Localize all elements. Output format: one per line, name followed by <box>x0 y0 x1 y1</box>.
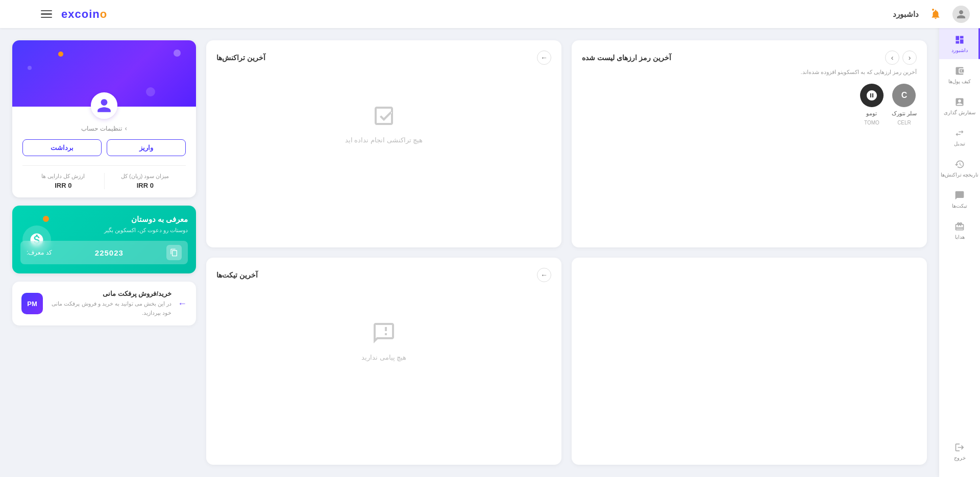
coin-avatar-tomo <box>860 84 884 107</box>
gifts-icon <box>954 221 965 232</box>
sidebar-item-gifts[interactable]: هدایا <box>939 215 980 246</box>
top-header: داشبورد excoino <box>0 0 980 28</box>
history-icon <box>954 159 965 170</box>
pm-icon-text: PM <box>27 300 37 308</box>
profile-actions: واریز برداشت <box>22 139 186 156</box>
coin-name-tomo: تومو <box>866 110 877 117</box>
pm-content: خرید/فروش پرفکت مانی در این بخش می توانی… <box>49 290 172 317</box>
hamburger-button[interactable] <box>41 10 52 18</box>
transactions-empty-icon <box>372 104 396 130</box>
nav-next-button[interactable]: › <box>885 51 899 65</box>
tickets-title: آخرین تیکت‌ها <box>216 271 258 279</box>
stat-assets-value: IRR 0 <box>22 182 104 189</box>
pm-title: خرید/فروش پرفکت مانی <box>49 290 172 297</box>
tickets-empty-icon <box>372 321 396 347</box>
pm-description: در این بخش می توانید به خرید و فروش پرفک… <box>49 299 172 317</box>
stat-profit: میزان سود (زیان) کل IRR 0 <box>104 173 186 189</box>
sidebar-item-orders-label: سفارش گذاری <box>944 110 975 115</box>
sidebar-item-history[interactable]: تاریخچه تراکنش‌ها <box>939 153 980 184</box>
right-panel: › تنظیمات حساب واریز برداشت میزان سود (ز… <box>12 40 196 465</box>
orders-icon <box>954 96 965 108</box>
referral-code-value: 225023 <box>95 248 124 257</box>
sidebar: داشبورد کیف پول‌ها سفارش گذاری تبدیل تار… <box>939 0 980 477</box>
sidebar-item-wallets[interactable]: کیف پول‌ها <box>939 59 980 90</box>
coin-item-celr[interactable]: C سلر نتورک CELR <box>892 84 917 125</box>
tickets-header: ← آخرین تیکت‌ها <box>216 268 551 282</box>
settings-label: تنظیمات حساب <box>81 125 121 132</box>
main-content: ‹ › آخرین رمز ارزهای لیست شده آخرین رمز … <box>0 28 939 477</box>
coin-item-tomo[interactable]: تومو TOMO <box>860 84 884 125</box>
stat-profit-value: IRR 0 <box>105 182 186 189</box>
pm-icon: PM <box>21 293 43 314</box>
recently-listed-card: ‹ › آخرین رمز ارزهای لیست شده آخرین رمز … <box>572 40 927 247</box>
profile-settings-link[interactable]: › تنظیمات حساب <box>22 125 186 132</box>
sidebar-item-convert-label: تبدیل <box>954 141 965 146</box>
logo: excoino <box>61 8 107 21</box>
wallets-icon <box>954 65 965 77</box>
recently-listed-title: آخرین رمز ارزهای لیست شده <box>582 54 671 62</box>
referral-code-label: کد معرف: <box>27 249 52 256</box>
referral-dot <box>43 216 49 222</box>
coin-symbol-celr: CELR <box>897 120 911 125</box>
transactions-title: آخرین تراکنش‌ها <box>216 54 265 62</box>
sidebar-item-wallets-label: کیف پول‌ها <box>948 79 971 84</box>
nav-prev-button[interactable]: ‹ <box>902 51 917 65</box>
logout-icon <box>954 442 965 453</box>
tickets-nav-button[interactable]: ← <box>537 268 551 282</box>
profile-avatar-circle <box>91 92 117 119</box>
transactions-nav-button[interactable]: ← <box>537 51 551 65</box>
transactions-card: ← آخرین تراکنش‌ها هیچ تراکنشی انجام نداد… <box>206 40 561 247</box>
logout-button[interactable]: خروج <box>939 436 980 467</box>
notification-dot <box>931 8 935 12</box>
sidebar-item-gifts-label: هدایا <box>955 234 965 240</box>
avatar-icon[interactable] <box>952 6 970 23</box>
referral-code-box: 225023 کد معرف: <box>20 241 188 264</box>
transactions-header: ← آخرین تراکنش‌ها <box>216 51 551 65</box>
sidebar-item-history-label: تاریخچه تراکنش‌ها <box>941 172 979 178</box>
profile-card: › تنظیمات حساب واریز برداشت میزان سود (ز… <box>12 40 196 197</box>
settings-chevron: › <box>125 125 127 132</box>
header-right: داشبورد <box>893 6 970 23</box>
page-title: داشبورد <box>893 10 919 19</box>
transactions-empty-state: هیچ تراکنشی انجام نداده اید <box>216 73 551 174</box>
recently-listed-card-2 <box>572 258 927 465</box>
tickets-card: ← آخرین تیکت‌ها هیچ پیامی ندارید <box>206 258 561 465</box>
sidebar-item-orders[interactable]: سفارش گذاری <box>939 90 980 121</box>
pm-arrow-icon: ← <box>178 298 187 309</box>
tickets-icon <box>954 190 965 201</box>
stat-assets: ارزش کل دارایی ها IRR 0 <box>22 173 104 189</box>
convert-icon <box>954 128 965 139</box>
nav-buttons: ‹ › <box>885 51 917 65</box>
coin-avatar-celr: C <box>892 84 916 107</box>
stat-assets-label: ارزش کل دارایی ها <box>22 173 104 180</box>
tickets-empty-state: هیچ پیامی ندارید <box>216 290 551 392</box>
logout-label: خروج <box>954 455 966 461</box>
recently-listed-header: ‹ › آخرین رمز ارزهای لیست شده <box>582 51 917 65</box>
dashboard-icon <box>954 34 965 45</box>
coin-list: C سلر نتورک CELR تومو TOMO <box>582 84 917 125</box>
coin-name-celr: سلر نتورک <box>892 110 917 117</box>
sidebar-item-tickets-label: تیکت‌ها <box>952 203 967 209</box>
deposit-button[interactable]: واریز <box>107 139 186 156</box>
referral-copy-button[interactable] <box>166 245 182 260</box>
sidebar-item-dashboard-label: داشبورد <box>951 47 968 53</box>
profile-stats: میزان سود (زیان) کل IRR 0 ارزش کل دارایی… <box>22 165 186 189</box>
notification-icon[interactable] <box>927 6 944 23</box>
transactions-empty-text: هیچ تراکنشی انجام نداده اید <box>345 136 423 144</box>
profile-avatar <box>91 92 117 119</box>
recently-listed-subtitle: آخرین رمز ارزهایی که به اکسکوینو افزوده … <box>582 69 917 76</box>
header-left: excoino <box>41 8 107 21</box>
profile-body: › تنظیمات حساب واریز برداشت میزان سود (ز… <box>12 107 196 197</box>
referral-card: معرفی به دوستان دوستات رو دعوت کن، اکسکو… <box>12 206 196 273</box>
withdraw-button[interactable]: برداشت <box>22 139 102 156</box>
sidebar-item-dashboard[interactable]: داشبورد <box>939 28 980 59</box>
pm-card[interactable]: ← خرید/فروش پرفکت مانی در این بخش می توا… <box>12 282 196 325</box>
coin-symbol-tomo: TOMO <box>864 120 879 125</box>
sidebar-item-convert[interactable]: تبدیل <box>939 121 980 153</box>
sidebar-item-tickets[interactable]: تیکت‌ها <box>939 184 980 215</box>
profile-banner <box>12 40 196 107</box>
stat-profit-label: میزان سود (زیان) کل <box>105 173 186 180</box>
tickets-empty-text: هیچ پیامی ندارید <box>361 354 406 361</box>
